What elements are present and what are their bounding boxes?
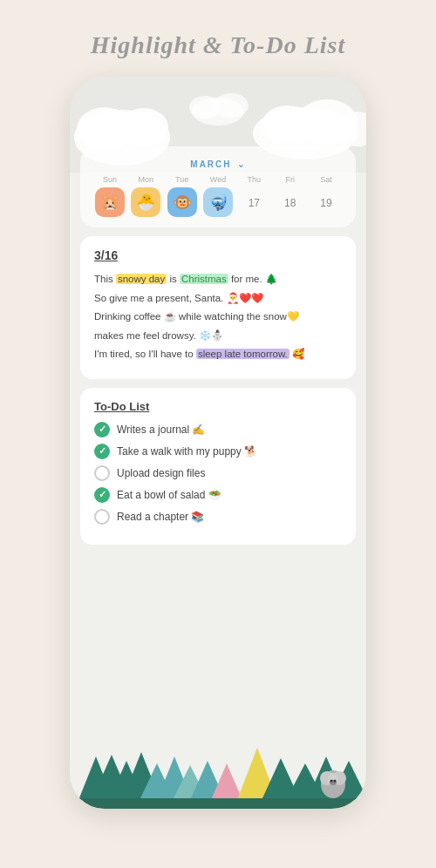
day-label-mon: Mon [130,175,161,184]
todo-text-2: Take a walk with my puppy 🐕 [117,445,257,458]
todo-text-3: Upload design files [117,467,205,479]
highlight-snowy: snowy day [116,274,167,284]
day-label-sun: Sun [94,175,126,184]
calendar-section: MARCH ⌄ Sun Mon Tue Wed Thu Fri Sat 🐹 🐣 … [80,146,356,227]
day-num-17: 17 [249,197,260,209]
day-label-thu: Thu [238,175,269,184]
todo-item-2[interactable]: Take a walk with my puppy 🐕 [94,444,342,459]
highlight-sleep: sleep late tomorrow. [196,349,290,359]
avatar-15: 🐵 [167,187,197,217]
day-cell-19[interactable]: 19 [310,195,342,209]
svg-point-31 [334,780,337,783]
svg-point-9 [214,93,249,118]
checkbox-2-checked[interactable] [94,444,110,459]
journal-line-1: This snowy day is Christmas for me. 🌲 [94,271,342,288]
todo-text-1: Writes a journal ✍️ [117,424,205,436]
day-label-sat: Sat [310,175,342,184]
checkbox-1-checked[interactable] [94,422,110,437]
day-num-18: 18 [284,197,296,209]
month-header: MARCH ⌄ [91,155,345,170]
journal-line-4: makes me feel drowsy. ❄️⛄ [94,328,342,345]
avatar-16: 🤿 [203,187,233,217]
todo-item-3[interactable]: Upload design files [94,465,342,481]
checkbox-3-empty[interactable] [94,465,110,481]
day-cell-17[interactable]: 17 [238,195,269,209]
journal-line-3: Drinking coffee ☕ while watching the sno… [94,309,342,326]
journal-line-5: I'm tired, so I'll have to sleep late to… [94,346,342,363]
journal-date: 3/16 [94,248,342,262]
forest-decoration [70,730,366,809]
day-label-fri: Fri [275,175,306,184]
day-label-tue: Tue [167,175,198,184]
svg-point-30 [330,780,333,783]
avatar-14: 🐣 [131,187,160,217]
todo-text-5: Read a chapter 📚 [117,511,204,523]
month-arrow: ⌄ [237,159,246,169]
svg-rect-24 [70,798,366,809]
todo-item-4[interactable]: Eat a bowl of salad 🥗 [94,487,342,503]
todo-item-1[interactable]: Writes a journal ✍️ [94,422,342,437]
day-cell-13[interactable]: 🐹 [94,187,126,217]
day-cell-15[interactable]: 🐵 [167,187,198,217]
day-cell-18[interactable]: 18 [275,195,306,209]
todo-section: To-Do List Writes a journal ✍️ Take a wa… [80,388,356,545]
day-label-wed: Wed [202,175,234,184]
month-label: MARCH [190,159,231,169]
todo-title: To-Do List [94,400,342,413]
svg-point-2 [119,108,168,146]
day-cell-16[interactable]: 🤿 [202,187,234,217]
day-cell-14[interactable]: 🐣 [130,187,161,217]
day-num-19: 19 [320,197,331,209]
checkbox-4-checked[interactable] [94,487,110,503]
day-labels-row: Sun Mon Tue Wed Thu Fri Sat [91,175,345,184]
journal-line-2: So give me a present, Santa. 🎅❤️❤️ [94,290,342,308]
phone-frame: MARCH ⌄ Sun Mon Tue Wed Thu Fri Sat 🐹 🐣 … [70,77,366,809]
todo-text-4: Eat a bowl of salad 🥗 [117,489,221,501]
page-title: Highlight & To-Do List [91,31,345,59]
highlight-christmas: Christmas [180,274,228,284]
journal-section: 3/16 This snowy day is Christmas for me.… [80,236,356,379]
day-cells-row: 🐹 🐣 🐵 🤿 17 18 19 [91,187,345,217]
todo-item-5[interactable]: Read a chapter 📚 [94,509,342,525]
avatar-13: 🐹 [95,187,125,217]
checkbox-5-empty[interactable] [94,509,110,525]
